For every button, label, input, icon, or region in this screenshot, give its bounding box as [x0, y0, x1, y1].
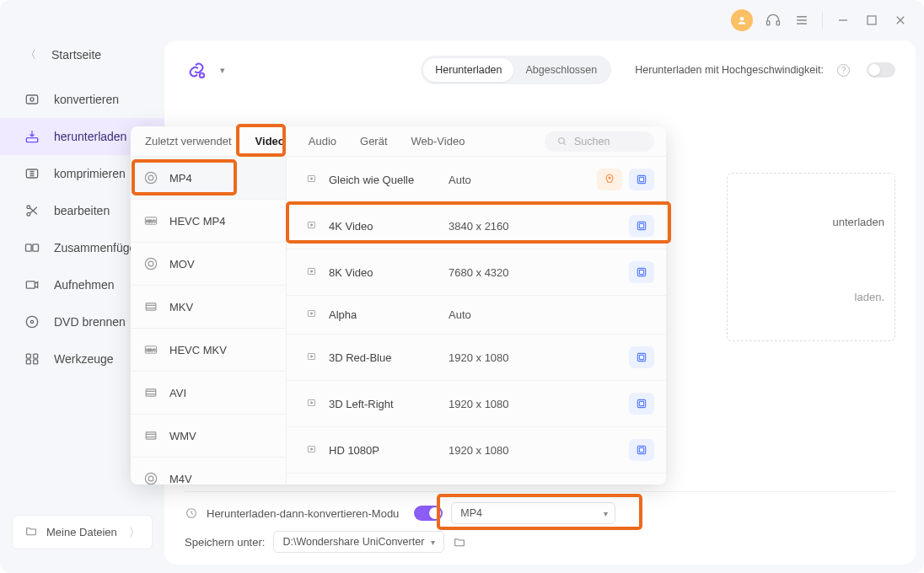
settings-button[interactable] — [629, 215, 654, 237]
chevron-down-icon[interactable]: ▾ — [220, 65, 225, 76]
svg-rect-57 — [639, 401, 643, 405]
resolution-item[interactable]: 4K Video3840 x 2160 — [287, 203, 666, 249]
format-item-mkv[interactable]: MKV — [131, 286, 286, 329]
empty-state-box: unterladen laden. — [727, 173, 895, 341]
settings-button[interactable] — [629, 261, 654, 283]
resolution-item[interactable]: AlphaAuto — [287, 296, 666, 335]
resolution-item[interactable]: HD 720P1280 x 720 — [287, 474, 666, 485]
svg-point-32 — [145, 258, 156, 269]
format-item-hevc-mp4[interactable]: HEVCHEVC MP4 — [131, 200, 286, 243]
play-icon — [305, 308, 319, 322]
pill-completed[interactable]: Abgeschlossen — [513, 58, 609, 82]
svg-text:HEVC: HEVC — [146, 219, 156, 223]
svg-rect-24 — [34, 360, 38, 364]
resolution-item[interactable]: HD 1080P1920 x 1080 — [287, 427, 666, 474]
save-label: Speichern unter: — [185, 536, 265, 549]
open-folder-icon[interactable] — [453, 535, 466, 549]
format-icon — [142, 169, 159, 186]
settings-button[interactable] — [629, 346, 654, 368]
avatar[interactable] — [731, 9, 753, 31]
svg-point-42 — [609, 177, 610, 179]
resolution-item[interactable]: 3D Left-Right1920 x 1080 — [287, 381, 666, 427]
highspeed-toggle[interactable] — [867, 62, 895, 78]
svg-point-33 — [148, 261, 153, 266]
tab-webvideo[interactable]: Web-Video — [409, 126, 468, 156]
svg-rect-37 — [146, 389, 156, 396]
sidebar-my-files[interactable]: Meine Dateien 〉 — [12, 515, 153, 549]
format-item-m4v[interactable]: M4V — [131, 458, 286, 485]
hamburger-icon[interactable] — [793, 12, 810, 29]
svg-point-29 — [148, 175, 153, 180]
settings-button[interactable] — [629, 439, 654, 461]
resolution-item[interactable]: Gleich wie QuelleAuto — [287, 157, 666, 203]
format-icon — [142, 255, 159, 272]
my-files-label: Meine Dateien — [46, 526, 117, 538]
svg-point-20 — [30, 320, 33, 323]
search-icon — [556, 136, 567, 147]
save-path-dropdown[interactable]: D:\Wondershare UniConverter ▾ — [273, 531, 444, 553]
play-icon — [305, 173, 319, 187]
paste-url-button[interactable] — [185, 58, 208, 82]
headset-icon[interactable] — [765, 12, 782, 29]
svg-point-19 — [26, 316, 37, 327]
svg-rect-22 — [34, 354, 38, 358]
svg-rect-60 — [639, 447, 643, 452]
resolution-name: 3D Left-Right — [329, 398, 394, 410]
svg-point-11 — [30, 98, 34, 101]
resolution-name: Gleich wie Quelle — [329, 174, 414, 186]
format-icon: HEVC — [142, 212, 159, 229]
highspeed-button[interactable] — [597, 169, 622, 190]
tab-video[interactable]: Video — [253, 126, 287, 156]
resolution-dimensions: 3840 x 2160 — [449, 220, 588, 233]
svg-text:HEVC: HEVC — [146, 348, 156, 352]
download-icon — [24, 128, 40, 145]
tab-recent[interactable]: Zuletzt verwendet — [142, 126, 234, 156]
svg-rect-50 — [639, 270, 643, 274]
tools-icon — [24, 351, 40, 367]
tab-audio[interactable]: Audio — [306, 126, 339, 156]
format-icon — [142, 298, 159, 315]
format-item-hevc-mkv[interactable]: HEVCHEVC MKV — [131, 329, 286, 372]
sidebar-item-label: konvertieren — [54, 93, 119, 106]
window-close-icon[interactable] — [892, 12, 909, 29]
resolution-name: 4K Video — [329, 220, 373, 233]
format-icon — [142, 384, 159, 401]
popover-search[interactable]: Suchen — [545, 131, 654, 152]
chevron-right-icon: 〉 — [129, 525, 140, 540]
settings-button[interactable] — [629, 169, 654, 190]
format-item-mov[interactable]: MOV — [131, 243, 286, 286]
compress-icon — [24, 165, 40, 182]
tab-device[interactable]: Gerät — [357, 126, 390, 156]
window-maximize-icon[interactable] — [863, 12, 880, 29]
convert-icon — [24, 91, 40, 108]
format-item-avi[interactable]: AVI — [131, 372, 286, 415]
download-convert-toggle[interactable] — [414, 506, 443, 521]
back-to-home[interactable]: 〈 Startseite — [0, 40, 164, 81]
format-label: WMV — [169, 430, 196, 442]
sidebar-item-label: Werkzeuge — [54, 352, 114, 366]
format-list: MP4HEVCHEVC MP4MOVMKVHEVCHEVC MKVAVIWMVM… — [131, 157, 287, 485]
sidebar-item-convert[interactable]: konvertieren — [0, 81, 164, 118]
svg-rect-53 — [637, 353, 645, 361]
format-item-wmv[interactable]: WMV — [131, 415, 286, 458]
svg-rect-2 — [776, 21, 779, 25]
format-dropdown[interactable]: MP4 ▾ — [451, 502, 615, 524]
svg-rect-46 — [637, 222, 645, 229]
format-item-mp4[interactable]: MP4 — [131, 157, 286, 200]
titlebar — [0, 0, 924, 40]
resolution-item[interactable]: 8K Video7680 x 4320 — [287, 249, 666, 296]
pill-downloading[interactable]: Herunterladen — [423, 58, 513, 82]
play-icon — [305, 397, 319, 411]
window-minimize-icon[interactable] — [835, 12, 851, 29]
settings-button[interactable] — [629, 393, 654, 415]
resolution-dimensions: 1920 x 1080 — [449, 444, 588, 457]
svg-rect-59 — [637, 446, 645, 453]
svg-rect-18 — [26, 281, 35, 288]
format-label: HEVC MP4 — [169, 215, 225, 228]
format-label: MKV — [169, 301, 193, 313]
resolution-dimensions: 1920 x 1080 — [449, 351, 588, 364]
info-icon[interactable]: ? — [837, 64, 850, 77]
resolution-item[interactable]: 3D Red-Blue1920 x 1080 — [287, 335, 666, 381]
resolution-dimensions: Auto — [449, 308, 588, 321]
back-label: Startseite — [51, 48, 101, 62]
